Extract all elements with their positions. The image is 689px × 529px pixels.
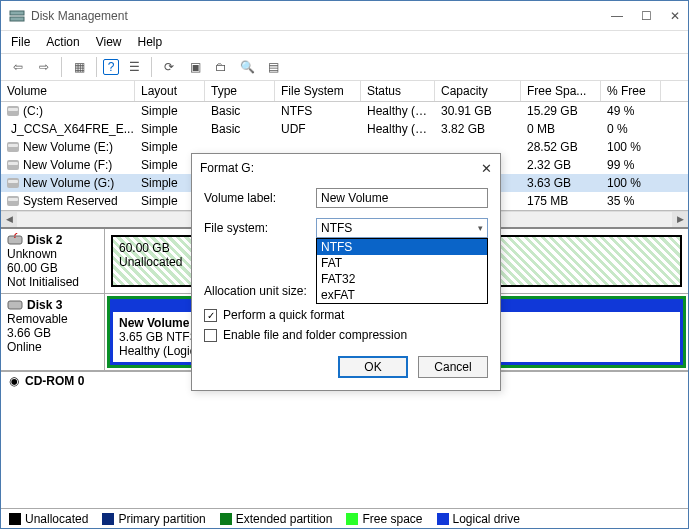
- back-icon[interactable]: ⇦: [7, 56, 29, 78]
- svg-rect-1: [10, 17, 24, 21]
- window-titlebar: Disk Management — ☐ ✕: [1, 1, 688, 31]
- rescan-icon[interactable]: ▣: [184, 56, 206, 78]
- col-pctfree[interactable]: % Free: [601, 81, 661, 101]
- disk2-name: Disk 2: [27, 233, 62, 247]
- legend-primary-swatch: [102, 513, 114, 525]
- table-row[interactable]: J_CCSA_X64FRE_E...SimpleBasicUDFHealthy …: [1, 120, 688, 138]
- ok-button[interactable]: OK: [338, 356, 408, 378]
- filesystem-option[interactable]: exFAT: [317, 287, 487, 303]
- legend-extended-swatch: [220, 513, 232, 525]
- compression-label: Enable file and folder compression: [223, 328, 407, 342]
- legend: Unallocated Primary partition Extended p…: [1, 508, 688, 528]
- filesystem-option[interactable]: NTFS: [317, 239, 487, 255]
- col-volume[interactable]: Volume: [1, 81, 135, 101]
- compression-checkbox[interactable]: Enable file and folder compression: [204, 328, 488, 342]
- svg-rect-4: [8, 301, 22, 309]
- dialog-close-icon[interactable]: ✕: [481, 161, 492, 176]
- format-dialog: Format G: ✕ Volume label: File system: N…: [191, 153, 501, 391]
- scroll-right-icon[interactable]: ▶: [672, 212, 688, 227]
- menu-action[interactable]: Action: [46, 35, 79, 49]
- disk2-size: 60.00 GB: [7, 261, 98, 275]
- legend-primary: Primary partition: [118, 512, 205, 526]
- disk3-kind: Removable: [7, 312, 98, 326]
- disk-mgmt-icon: [9, 8, 25, 24]
- cdrom-icon: ◉: [9, 374, 19, 388]
- layout-icon[interactable]: ▦: [68, 56, 90, 78]
- legend-unalloc: Unallocated: [25, 512, 88, 526]
- properties2-icon[interactable]: 🔍: [236, 56, 258, 78]
- drive-icon: [7, 142, 19, 152]
- col-capacity[interactable]: Capacity: [435, 81, 521, 101]
- maximize-button[interactable]: ☐: [641, 9, 652, 23]
- legend-extended: Extended partition: [236, 512, 333, 526]
- disk3-state: Online: [7, 340, 98, 354]
- disk3-size: 3.66 GB: [7, 326, 98, 340]
- disk-icon: ?: [7, 233, 23, 247]
- filesystem-option[interactable]: FAT32: [317, 271, 487, 287]
- filesystem-value: NTFS: [321, 221, 352, 235]
- close-button[interactable]: ✕: [670, 9, 680, 23]
- drive-icon: [7, 178, 19, 188]
- refresh-icon[interactable]: ⟳: [158, 56, 180, 78]
- volume-label-label: Volume label:: [204, 191, 316, 205]
- table-row[interactable]: (C:)SimpleBasicNTFSHealthy (B...30.91 GB…: [1, 102, 688, 120]
- help-icon[interactable]: ?: [103, 59, 119, 75]
- legend-unalloc-swatch: [9, 513, 21, 525]
- properties3-icon[interactable]: ▤: [262, 56, 284, 78]
- col-status[interactable]: Status: [361, 81, 435, 101]
- properties1-icon[interactable]: 🗀: [210, 56, 232, 78]
- drive-icon: [7, 196, 19, 206]
- svg-rect-0: [10, 11, 24, 15]
- volume-list-header: Volume Layout Type File System Status Ca…: [1, 81, 688, 102]
- chevron-down-icon: ▾: [478, 223, 483, 233]
- disk2-state: Not Initialised: [7, 275, 98, 289]
- dialog-title: Format G:: [200, 161, 481, 175]
- legend-logical-swatch: [437, 513, 449, 525]
- checkbox-checked-icon: ✓: [204, 309, 217, 322]
- legend-freespace-swatch: [346, 513, 358, 525]
- col-filesystem[interactable]: File System: [275, 81, 361, 101]
- col-type[interactable]: Type: [205, 81, 275, 101]
- menu-bar: File Action View Help: [1, 31, 688, 53]
- columns-icon[interactable]: ☰: [123, 56, 145, 78]
- quick-format-label: Perform a quick format: [223, 308, 344, 322]
- disk-icon: [7, 298, 23, 312]
- menu-file[interactable]: File: [11, 35, 30, 49]
- filesystem-label: File system:: [204, 221, 316, 235]
- disk2-kind: Unknown: [7, 247, 98, 261]
- cdrom-label: CD-ROM 0: [25, 374, 84, 388]
- minimize-button[interactable]: —: [611, 9, 623, 23]
- window-title: Disk Management: [31, 9, 611, 23]
- drive-icon: [7, 106, 19, 116]
- legend-logical: Logical drive: [453, 512, 520, 526]
- cancel-button[interactable]: Cancel: [418, 356, 488, 378]
- scroll-left-icon[interactable]: ◀: [1, 212, 17, 227]
- filesystem-select[interactable]: NTFS ▾: [316, 218, 488, 238]
- checkbox-unchecked-icon: [204, 329, 217, 342]
- filesystem-option[interactable]: FAT: [317, 255, 487, 271]
- col-freespace[interactable]: Free Spa...: [521, 81, 601, 101]
- menu-view[interactable]: View: [96, 35, 122, 49]
- menu-help[interactable]: Help: [138, 35, 163, 49]
- allocation-label: Allocation unit size:: [204, 284, 316, 298]
- disk3-name: Disk 3: [27, 298, 62, 312]
- filesystem-dropdown: NTFSFATFAT32exFAT: [316, 238, 488, 304]
- legend-freespace: Free space: [362, 512, 422, 526]
- quick-format-checkbox[interactable]: ✓ Perform a quick format: [204, 308, 488, 322]
- toolbar: ⇦ ⇨ ▦ ? ☰ ⟳ ▣ 🗀 🔍 ▤: [1, 53, 688, 81]
- forward-icon[interactable]: ⇨: [33, 56, 55, 78]
- col-layout[interactable]: Layout: [135, 81, 205, 101]
- svg-text:?: ?: [12, 233, 19, 241]
- volume-label-input[interactable]: [316, 188, 488, 208]
- drive-icon: [7, 160, 19, 170]
